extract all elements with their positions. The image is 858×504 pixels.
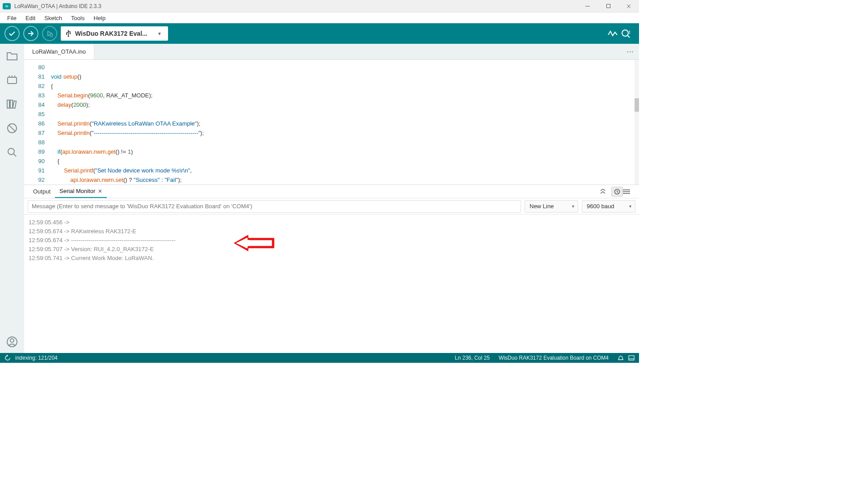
svg-point-12 <box>622 30 628 36</box>
code-editor[interactable]: 80818283848586878889909192 void setup(){… <box>24 60 639 185</box>
menu-edit[interactable]: Edit <box>22 14 39 22</box>
menubar: File Edit Sketch Tools Help <box>0 13 639 23</box>
serial-monitor-button[interactable] <box>621 29 635 38</box>
svg-marker-11 <box>67 30 69 31</box>
debug-icon[interactable] <box>4 121 20 136</box>
file-tab-label: LoRaWan_OTAA.ino <box>32 48 86 55</box>
timestamp-toggle-icon[interactable] <box>611 187 623 197</box>
menu-sketch[interactable]: Sketch <box>41 14 66 22</box>
window-maximize-button[interactable] <box>598 0 618 13</box>
sketchbook-icon[interactable] <box>4 48 20 63</box>
debug-button[interactable] <box>42 26 57 41</box>
svg-rect-36 <box>248 239 273 247</box>
annotation-arrow-icon <box>234 233 274 253</box>
window-close-button[interactable] <box>618 0 639 13</box>
line-ending-select[interactable]: New Line <box>525 200 578 213</box>
usb-icon <box>65 30 72 37</box>
sync-icon[interactable] <box>4 355 11 361</box>
output-tab[interactable]: Output <box>29 185 55 198</box>
toolbar: WisDuo RAK3172 Eval... ▼ <box>0 23 639 44</box>
search-icon[interactable] <box>4 145 20 160</box>
library-manager-icon[interactable] <box>4 97 20 112</box>
menu-tools[interactable]: Tools <box>67 14 88 22</box>
serial-output[interactable]: 12:59:05.456 -> 12:59:05.674 -> RAKwirel… <box>24 214 639 353</box>
serial-plotter-button[interactable] <box>608 29 621 38</box>
svg-line-26 <box>13 154 16 156</box>
verify-button[interactable] <box>4 26 20 41</box>
serial-message-input[interactable] <box>28 200 521 213</box>
window-minimize-button[interactable] <box>577 0 598 13</box>
window-title: LoRaWan_OTAA | Arduino IDE 2.3.3 <box>14 3 577 9</box>
svg-rect-20 <box>7 100 9 108</box>
svg-line-13 <box>627 35 630 38</box>
menu-file[interactable]: File <box>4 14 20 22</box>
activity-bar <box>0 44 24 353</box>
status-indexing: indexing: 121/204 <box>15 355 58 361</box>
svg-rect-1 <box>606 4 610 8</box>
code-content[interactable]: void setup(){ Serial.begin(9600, RAK_AT_… <box>51 60 639 185</box>
line-gutter: 80818283848586878889909192 <box>24 60 51 185</box>
baud-rate-select[interactable]: 9600 baud <box>582 200 635 213</box>
close-icon[interactable]: ✕ <box>98 188 102 194</box>
serial-monitor-tab[interactable]: Serial Monitor ✕ <box>55 185 107 198</box>
board-selector-label: WisDuo RAK3172 Eval... <box>75 30 147 37</box>
window-titlebar: LoRaWan_OTAA | Arduino IDE 2.3.3 <box>0 0 639 13</box>
svg-point-25 <box>8 148 14 155</box>
editor-scrollbar[interactable] <box>635 60 639 185</box>
clear-output-icon[interactable] <box>623 189 635 194</box>
svg-point-15 <box>629 33 630 34</box>
svg-rect-16 <box>8 77 17 84</box>
board-selector[interactable]: WisDuo RAK3172 Eval... ▼ <box>61 26 168 41</box>
tab-overflow-button[interactable]: ⋯ <box>621 44 639 59</box>
status-cursor[interactable]: Ln 236, Col 25 <box>455 355 490 361</box>
svg-rect-10 <box>70 33 71 34</box>
svg-point-14 <box>629 31 630 32</box>
svg-line-24 <box>9 125 15 131</box>
svg-rect-22 <box>13 101 17 109</box>
svg-rect-39 <box>629 356 634 360</box>
panel-expand-icon[interactable] <box>600 189 611 194</box>
svg-rect-38 <box>247 240 249 246</box>
status-bar: indexing: 121/204 Ln 236, Col 25 WisDuo … <box>0 353 639 363</box>
bottom-panel-tabs: Output Serial Monitor ✕ <box>24 185 639 198</box>
svg-rect-21 <box>10 100 13 108</box>
chevron-down-icon: ▼ <box>157 31 162 36</box>
editor-tabs: LoRaWan_OTAA.ino ⋯ <box>24 44 639 60</box>
upload-button[interactable] <box>23 26 38 41</box>
notifications-icon[interactable] <box>618 355 624 361</box>
file-tab[interactable]: LoRaWan_OTAA.ino <box>24 44 94 59</box>
svg-point-6 <box>50 34 53 37</box>
account-icon[interactable] <box>4 334 20 349</box>
svg-point-28 <box>10 339 14 342</box>
app-icon <box>3 3 11 9</box>
serial-input-row: New Line 9600 baud <box>24 198 639 214</box>
status-board[interactable]: WisDuo RAK3172 Evaluation Board on COM4 <box>499 355 609 361</box>
svg-point-9 <box>66 34 67 35</box>
menu-help[interactable]: Help <box>90 14 109 22</box>
panel-toggle-icon[interactable] <box>628 355 635 361</box>
boards-manager-icon[interactable] <box>4 72 20 88</box>
